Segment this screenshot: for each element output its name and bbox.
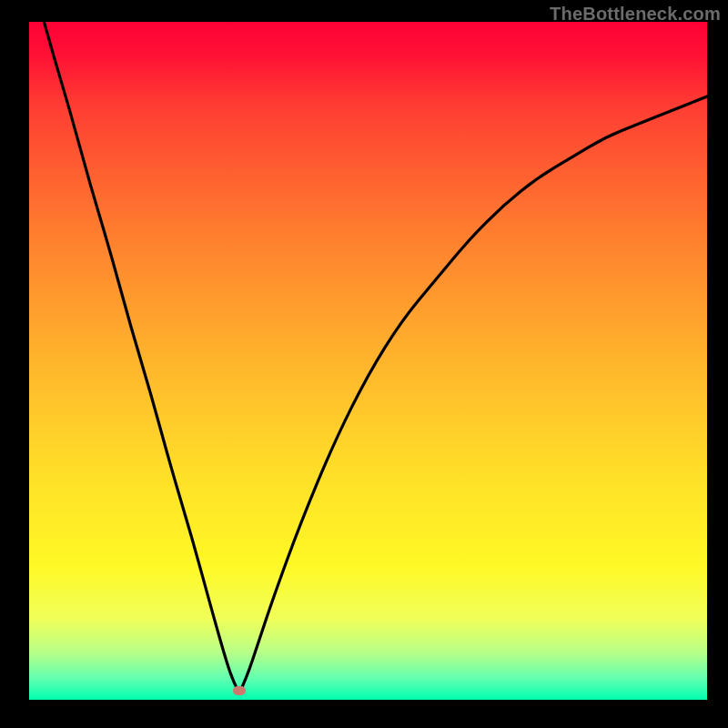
watermark-text: TheBottleneck.com	[550, 4, 721, 25]
chart-container: TheBottleneck.com	[0, 0, 728, 728]
optimal-point-marker	[233, 686, 246, 695]
plot-area	[29, 22, 707, 700]
bottleneck-curve	[29, 22, 707, 700]
